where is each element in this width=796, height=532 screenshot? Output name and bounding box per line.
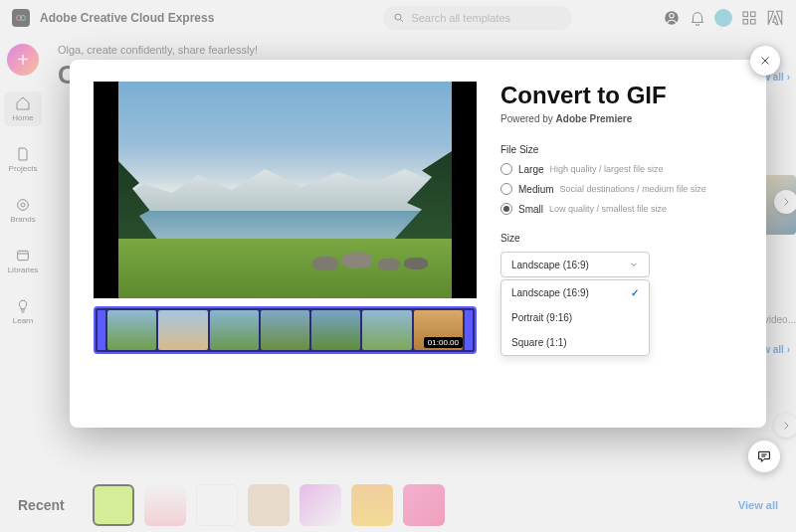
carousel-next-button[interactable] (774, 190, 796, 214)
svg-rect-12 (18, 251, 29, 260)
sidebar-item-home[interactable]: Home (4, 91, 42, 126)
radio-icon (500, 203, 512, 215)
chat-icon (756, 448, 772, 464)
svg-point-11 (21, 203, 25, 207)
timeline-frame[interactable] (261, 310, 309, 350)
chevron-right-icon (780, 196, 792, 208)
greeting-text: Olga, create confidently, share fearless… (58, 44, 774, 56)
carousel-next-button[interactable] (774, 414, 796, 438)
timeline-frame[interactable] (158, 310, 207, 350)
search-input[interactable]: Search all templates (383, 6, 572, 30)
svg-line-3 (401, 20, 404, 23)
convert-gif-modal: 01:00.00 Convert to GIF Powered by Adobe… (70, 60, 766, 428)
modal-title: Convert to GIF (500, 82, 742, 109)
recent-heading: Recent (18, 497, 65, 513)
avatar[interactable] (714, 9, 732, 27)
app-title: Adobe Creative Cloud Express (40, 11, 214, 25)
chevron-down-icon (629, 260, 639, 269)
chevron-right-icon (780, 420, 792, 432)
size-option-portrait[interactable]: Portrait (9:16) (501, 305, 649, 330)
radio-option-small[interactable]: Small Low quality / smallest file size (500, 203, 742, 215)
topbar: Adobe Creative Cloud Express Search all … (0, 0, 796, 36)
recent-thumb[interactable] (248, 484, 290, 526)
video-preview (94, 82, 477, 298)
size-select[interactable]: Landscape (16:9) (500, 252, 650, 277)
close-icon (758, 54, 772, 68)
trim-handle-left[interactable] (98, 310, 105, 350)
size-label: Size (500, 233, 742, 244)
timeline-frame[interactable] (210, 310, 259, 350)
svg-rect-6 (743, 12, 748, 17)
radio-icon (500, 163, 512, 175)
chat-fab[interactable] (748, 441, 780, 472)
document-icon (15, 146, 31, 162)
apps-grid-icon[interactable] (740, 9, 758, 27)
powered-by-text: Powered by Adobe Premiere (500, 113, 742, 124)
recent-thumb[interactable] (93, 484, 134, 526)
search-placeholder: Search all templates (411, 12, 510, 24)
file-size-label: File Size (500, 144, 742, 155)
recent-thumb[interactable] (196, 484, 238, 526)
recent-view-all-link[interactable]: View all (738, 499, 778, 511)
timeline-frame[interactable] (107, 310, 156, 350)
svg-rect-8 (743, 20, 748, 25)
timeline-frame[interactable] (362, 310, 411, 350)
recent-row: Recent View all (0, 478, 796, 532)
timecode-label: 01:00.00 (424, 337, 463, 348)
radio-icon (500, 183, 512, 195)
user-status-icon[interactable] (663, 9, 681, 27)
timeline-frame[interactable] (311, 310, 360, 350)
check-icon: ✓ (631, 287, 639, 298)
video-timeline[interactable]: 01:00.00 (94, 306, 477, 354)
radio-option-large[interactable]: Large High quality / largest file size (500, 163, 742, 175)
svg-rect-7 (751, 12, 756, 17)
bell-icon[interactable] (689, 9, 706, 27)
svg-rect-9 (751, 20, 756, 25)
radio-option-medium[interactable]: Medium Social destinations / medium file… (500, 183, 742, 195)
sidebar: + Home Projects Brands Libraries Learn (0, 36, 46, 532)
svg-point-10 (18, 200, 29, 211)
recent-thumb[interactable] (351, 484, 393, 526)
recent-thumb[interactable] (299, 484, 341, 526)
adobe-logo-icon (12, 9, 30, 27)
create-fab[interactable]: + (7, 44, 39, 76)
trim-handle-right[interactable] (465, 310, 473, 350)
recent-thumb[interactable] (144, 484, 186, 526)
sidebar-item-brands[interactable]: Brands (4, 193, 42, 228)
adobe-icon[interactable] (766, 9, 784, 27)
size-dropdown: Landscape (16:9) ✓ Portrait (9:16) Squar… (500, 279, 650, 356)
lightbulb-icon (15, 298, 31, 314)
svg-point-2 (395, 14, 401, 20)
sidebar-item-learn[interactable]: Learn (4, 294, 42, 329)
close-button[interactable] (750, 46, 780, 76)
brands-icon (15, 197, 31, 213)
sidebar-item-libraries[interactable]: Libraries (4, 244, 42, 278)
home-icon (15, 95, 31, 111)
search-icon (393, 12, 405, 24)
size-option-square[interactable]: Square (1:1) (501, 330, 649, 355)
libraries-icon (15, 248, 31, 264)
size-option-landscape[interactable]: Landscape (16:9) ✓ (501, 280, 649, 305)
recent-thumb[interactable] (403, 484, 445, 526)
sidebar-item-projects[interactable]: Projects (4, 142, 42, 177)
file-size-radio-group: Large High quality / largest file size M… (500, 163, 742, 215)
